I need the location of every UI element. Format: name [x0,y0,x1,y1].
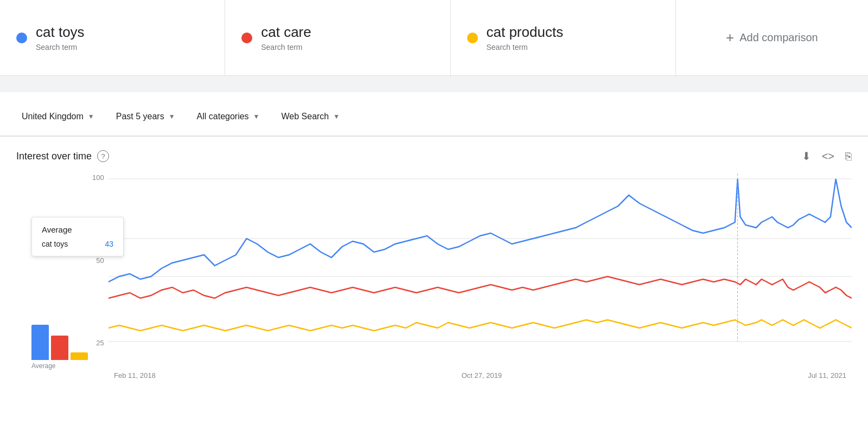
tooltip-value: 43 [105,240,113,248]
help-icon[interactable]: ? [97,150,109,162]
chart-section: Interest over time ? ⬇ <> ⎘ 100 50 25 Av… [0,137,868,393]
period-filter[interactable]: Past 5 years ▼ [107,106,184,127]
x-label-2: Oct 27, 2019 [462,371,502,379]
trend-chart [108,173,852,358]
chart-title: Interest over time [16,151,92,162]
category-label: All categories [197,112,249,121]
x-label-3: Jul 11, 2021 [808,371,846,379]
cat-care-name: cat care [261,24,311,41]
type-label: Web Search [282,112,329,121]
tooltip-row: cat toys 43 [42,240,113,248]
add-plus-icon: + [726,29,734,46]
chart-container: 100 50 25 Average cat toys 43 Average [16,173,852,379]
search-term-item-cat-toys[interactable]: cat toys Search term [0,0,225,75]
y-label-50: 50 [96,256,104,265]
chart-actions: ⬇ <> ⎘ [802,150,852,163]
search-term-item-cat-products[interactable]: cat products Search term [451,0,676,75]
add-comparison-label: Add comparison [739,31,818,44]
avg-bars [31,317,88,360]
avg-bar-cat-care [51,336,68,360]
share-button[interactable]: ⎘ [845,150,852,163]
avg-bar-cat-toys [31,325,49,360]
cat-products-dot [467,33,478,43]
chart-header: Interest over time ? ⬇ <> ⎘ [16,150,852,163]
tooltip-box: Average cat toys 43 [31,217,124,256]
category-chevron-icon: ▼ [253,113,260,120]
category-filter[interactable]: All categories ▼ [188,106,269,127]
gray-divider [0,76,868,92]
type-chevron-icon: ▼ [333,113,340,120]
avg-bar-red [51,336,68,360]
cat-care-label: Search term [261,43,311,52]
chart-title-area: Interest over time ? [16,150,109,162]
cat-products-name: cat products [487,24,564,41]
cat-products-text: cat products Search term [487,24,564,52]
cat-products-label: Search term [487,43,564,52]
region-label: United Kingdom [22,112,84,121]
avg-label: Average [31,362,55,370]
type-filter[interactable]: Web Search ▼ [273,106,349,127]
download-button[interactable]: ⬇ [802,150,811,163]
x-label-1: Feb 11, 2018 [114,371,156,379]
cat-toys-dot [16,33,27,43]
search-term-item-cat-care[interactable]: cat care Search term [225,0,450,75]
x-axis-labels: Feb 11, 2018 Oct 27, 2019 Jul 11, 2021 [108,371,852,379]
filters-bar: United Kingdom ▼ Past 5 years ▼ All cate… [0,98,868,137]
cat-toys-label: Search term [36,43,85,52]
search-terms-bar: cat toys Search term cat care Search ter… [0,0,868,76]
cat-care-dot [241,33,252,43]
y-axis-labels: 100 50 25 [92,173,104,347]
avg-bar-yellow [71,352,88,360]
tooltip-term: cat toys [42,240,68,248]
add-comparison-button[interactable]: + Add comparison [676,0,868,75]
period-chevron-icon: ▼ [169,113,175,120]
period-label: Past 5 years [116,112,164,121]
tooltip-title: Average [42,225,113,234]
region-chevron-icon: ▼ [88,113,94,120]
y-label-25: 25 [96,339,104,347]
avg-bar-blue [31,325,49,360]
embed-button[interactable]: <> [822,150,834,163]
cat-toys-text: cat toys Search term [36,24,85,52]
cat-care-text: cat care Search term [261,24,311,52]
region-filter[interactable]: United Kingdom ▼ [13,106,103,127]
avg-bar-cat-products [71,352,88,360]
cat-toys-name: cat toys [36,24,85,41]
y-label-100: 100 [92,173,104,182]
